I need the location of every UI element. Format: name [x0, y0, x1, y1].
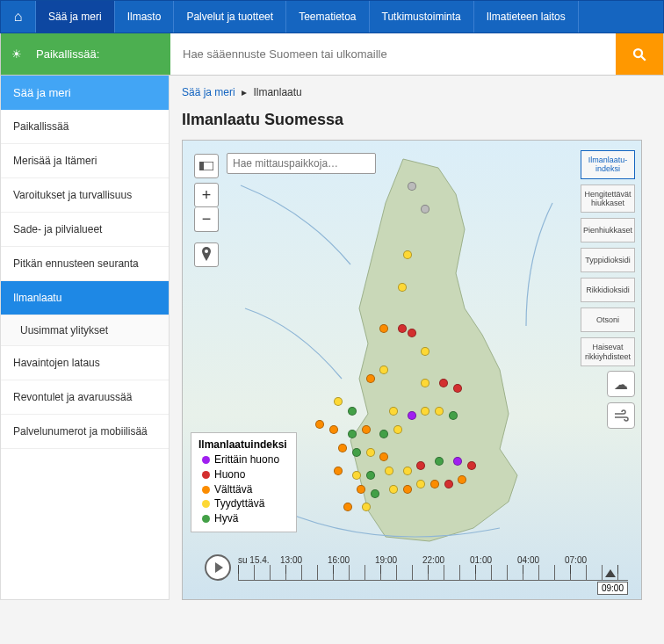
sidebar: Sää ja meri PaikallissääMerisää ja Itäme…: [0, 76, 170, 600]
search-button[interactable]: [616, 33, 663, 75]
station-marker[interactable]: [408, 182, 416, 191]
sidebar-item-6[interactable]: Havaintojen lataus: [1, 346, 169, 380]
svg-point-0: [634, 49, 642, 57]
station-marker[interactable]: [338, 444, 347, 452]
sidebar-item-0[interactable]: Paikallissää: [1, 110, 169, 144]
locate-button[interactable]: [194, 242, 219, 267]
layer-button-0[interactable]: Ilmanlaatu-indeksi: [581, 150, 635, 179]
layer-button-5[interactable]: Otsoni: [581, 308, 635, 332]
sidebar-subitem-5-0[interactable]: Uusimmat ylitykset: [1, 315, 169, 346]
station-marker[interactable]: [357, 485, 365, 494]
station-marker[interactable]: [408, 329, 416, 337]
station-marker[interactable]: [348, 407, 357, 416]
station-marker[interactable]: [362, 425, 371, 434]
legend-title: Ilmanlaatuindeksi: [198, 438, 287, 451]
timeline-current-time: 09:00: [597, 582, 628, 595]
nav-item-1[interactable]: Ilmasto: [115, 1, 175, 33]
station-marker[interactable]: [403, 467, 412, 475]
page-title: Ilmanlaatu Suomessa: [182, 111, 648, 129]
station-marker[interactable]: [389, 407, 398, 416]
legend-row-0: Erittäin huono: [202, 452, 287, 467]
air-quality-map[interactable]: + − Ilmanlaatu-indeksiHengitettävät hiuk…: [182, 140, 642, 600]
global-search-bar: Paikallissää:: [0, 33, 664, 76]
sidebar-item-5[interactable]: Ilmanlaatu: [1, 281, 169, 315]
station-marker[interactable]: [352, 448, 361, 457]
sidebar-item-7[interactable]: Revontulet ja avaruussää: [1, 380, 169, 415]
layer-button-2[interactable]: Pienhiukkaset: [581, 218, 635, 242]
nav-item-2[interactable]: Palvelut ja tuotteet: [174, 1, 286, 33]
weather-icon: [11, 47, 27, 61]
timeline: su 15.4.13:0016:0019:0022:0001:0004:0007…: [205, 546, 628, 589]
station-marker[interactable]: [329, 425, 338, 434]
timeline-tick-0: 13:00: [280, 555, 328, 565]
layer-button-6[interactable]: Haisevat rikkiyhdisteet: [581, 337, 635, 366]
home-icon[interactable]: ⌂: [1, 1, 36, 33]
sidebar-item-4[interactable]: Pitkän ennusteen seuranta: [1, 247, 169, 281]
sidebar-item-8[interactable]: Palvelunumerot ja mobiilisää: [1, 415, 169, 449]
sidebar-heading: Sää ja meri: [1, 76, 169, 110]
station-marker[interactable]: [403, 250, 412, 259]
breadcrumb: Sää ja meri ▸ Ilmanlaatu: [182, 86, 648, 98]
wind-layer-button[interactable]: [607, 402, 635, 429]
timeline-tick-1: 16:00: [328, 555, 375, 565]
station-marker[interactable]: [371, 489, 379, 498]
timeline-track[interactable]: 09:00: [238, 565, 628, 581]
timeline-tick-4: 01:00: [470, 555, 517, 565]
station-marker[interactable]: [449, 411, 458, 420]
timeline-date: su 15.4.: [238, 555, 280, 565]
cloud-layer-button[interactable]: ☁: [607, 371, 635, 397]
local-weather-text: Paikallissää:: [36, 47, 99, 61]
station-marker[interactable]: [403, 485, 412, 494]
station-marker[interactable]: [393, 425, 402, 434]
layer-selector: Ilmanlaatu-indeksiHengitettävät hiukkase…: [581, 150, 635, 366]
sidebar-item-3[interactable]: Sade- ja pilvialueet: [1, 213, 169, 247]
legend-row-1: Huono: [202, 467, 287, 482]
station-marker[interactable]: [435, 407, 444, 416]
sidebar-item-1[interactable]: Merisää ja Itämeri: [1, 144, 169, 178]
timeline-tick-6: 07:00: [565, 555, 612, 565]
station-marker[interactable]: [366, 471, 375, 480]
station-marker[interactable]: [389, 485, 398, 494]
timeline-tick-2: 19:00: [375, 555, 422, 565]
svg-line-1: [641, 56, 646, 61]
breadcrumb-current: Ilmanlaatu: [253, 86, 301, 98]
main-content: Sää ja meri ▸ Ilmanlaatu Ilmanlaatu Suom…: [170, 76, 664, 600]
layer-button-4[interactable]: Rikkidioksidi: [581, 278, 635, 302]
nav-item-4[interactable]: Tutkimustoiminta: [370, 1, 474, 33]
station-marker[interactable]: [348, 430, 357, 438]
map-station-search-input[interactable]: [227, 153, 376, 174]
station-marker[interactable]: [366, 374, 375, 383]
location-search-input[interactable]: [170, 33, 616, 75]
timeline-tick-5: 04:00: [517, 555, 565, 565]
station-marker[interactable]: [366, 448, 375, 457]
station-marker[interactable]: [444, 480, 453, 488]
local-weather-label: Paikallissää:: [1, 33, 170, 75]
play-button[interactable]: [205, 554, 231, 581]
legend-row-2: Välttävä: [202, 482, 287, 497]
layer-button-3[interactable]: Typpidioksidi: [581, 248, 635, 272]
station-marker[interactable]: [453, 384, 462, 393]
nav-item-5[interactable]: Ilmatieteen laitos: [474, 1, 579, 33]
legend-row-4: Hyvä: [202, 511, 287, 526]
map-legend: Ilmanlaatuindeksi Erittäin huonoHuonoVäl…: [191, 432, 297, 532]
zoom-in-button[interactable]: +: [194, 183, 219, 207]
svg-point-4: [205, 250, 208, 253]
station-marker[interactable]: [362, 503, 371, 511]
timeline-tick-3: 22:00: [422, 555, 470, 565]
station-marker[interactable]: [385, 467, 393, 475]
nav-item-3[interactable]: Teematietoa: [286, 1, 369, 33]
timeline-cursor-icon: [605, 569, 616, 577]
map-view-toggle[interactable]: [194, 154, 219, 178]
nav-item-0[interactable]: Sää ja meri: [36, 1, 115, 33]
top-nav: ⌂ Sää ja meriIlmastoPalvelut ja tuotteet…: [0, 0, 664, 33]
layer-button-1[interactable]: Hengitettävät hiukkaset: [581, 185, 635, 213]
station-marker[interactable]: [467, 461, 476, 470]
legend-row-3: Tyydyttävä: [202, 496, 287, 511]
station-marker[interactable]: [408, 411, 416, 420]
station-marker[interactable]: [334, 467, 343, 475]
station-marker[interactable]: [352, 471, 361, 480]
zoom-out-button[interactable]: −: [194, 207, 219, 232]
svg-rect-3: [199, 162, 204, 170]
breadcrumb-root[interactable]: Sää ja meri: [182, 86, 235, 98]
sidebar-item-2[interactable]: Varoitukset ja turvallisuus: [1, 178, 169, 213]
